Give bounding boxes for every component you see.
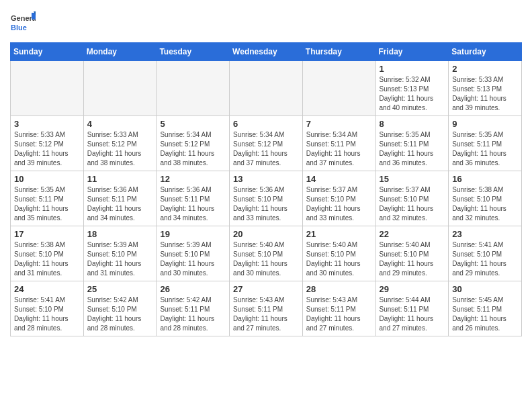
- calendar-cell: 25Sunrise: 5:42 AM Sunset: 5:10 PM Dayli…: [83, 281, 157, 336]
- calendar-week-4: 17Sunrise: 5:38 AM Sunset: 5:10 PM Dayli…: [11, 226, 522, 281]
- day-number: 26: [160, 284, 226, 294]
- calendar-cell: 4Sunrise: 5:33 AM Sunset: 5:12 PM Daylig…: [83, 116, 157, 171]
- day-info: Sunrise: 5:38 AM Sunset: 5:10 PM Dayligh…: [14, 240, 80, 278]
- day-info: Sunrise: 5:43 AM Sunset: 5:11 PM Dayligh…: [233, 295, 299, 333]
- day-number: 28: [306, 284, 372, 294]
- day-info: Sunrise: 5:40 AM Sunset: 5:10 PM Dayligh…: [380, 240, 445, 278]
- page-header: General Blue: [10, 10, 522, 36]
- day-number: 23: [452, 229, 518, 239]
- calendar-cell: 28Sunrise: 5:43 AM Sunset: 5:11 PM Dayli…: [302, 281, 375, 336]
- calendar-cell: 15Sunrise: 5:37 AM Sunset: 5:10 PM Dayli…: [375, 171, 449, 226]
- day-info: Sunrise: 5:43 AM Sunset: 5:11 PM Dayligh…: [306, 295, 372, 333]
- day-info: Sunrise: 5:39 AM Sunset: 5:10 PM Dayligh…: [160, 240, 226, 278]
- calendar-cell: 19Sunrise: 5:39 AM Sunset: 5:10 PM Dayli…: [157, 226, 230, 281]
- logo-svg: General Blue: [10, 10, 36, 36]
- calendar-cell: 16Sunrise: 5:38 AM Sunset: 5:10 PM Dayli…: [449, 171, 522, 226]
- day-number: 24: [14, 284, 80, 294]
- calendar-cell: 18Sunrise: 5:39 AM Sunset: 5:10 PM Dayli…: [83, 226, 157, 281]
- calendar-week-2: 3Sunrise: 5:33 AM Sunset: 5:12 PM Daylig…: [11, 116, 522, 171]
- day-info: Sunrise: 5:45 AM Sunset: 5:11 PM Dayligh…: [452, 295, 518, 333]
- day-number: 15: [380, 174, 445, 184]
- day-number: 25: [87, 284, 153, 294]
- calendar-week-1: 1Sunrise: 5:32 AM Sunset: 5:13 PM Daylig…: [11, 61, 522, 116]
- calendar-week-3: 10Sunrise: 5:35 AM Sunset: 5:11 PM Dayli…: [11, 171, 522, 226]
- day-number: 9: [452, 119, 518, 129]
- day-info: Sunrise: 5:39 AM Sunset: 5:10 PM Dayligh…: [87, 240, 153, 278]
- weekday-header-sunday: Sunday: [11, 43, 84, 61]
- day-number: 12: [160, 174, 226, 184]
- calendar-cell: 30Sunrise: 5:45 AM Sunset: 5:11 PM Dayli…: [449, 281, 522, 336]
- day-number: 11: [87, 174, 153, 184]
- calendar-cell: 24Sunrise: 5:41 AM Sunset: 5:10 PM Dayli…: [11, 281, 84, 336]
- day-info: Sunrise: 5:32 AM Sunset: 5:13 PM Dayligh…: [380, 75, 445, 113]
- calendar-cell: 23Sunrise: 5:41 AM Sunset: 5:10 PM Dayli…: [449, 226, 522, 281]
- day-info: Sunrise: 5:35 AM Sunset: 5:11 PM Dayligh…: [380, 130, 445, 168]
- calendar-cell: 13Sunrise: 5:36 AM Sunset: 5:10 PM Dayli…: [230, 171, 303, 226]
- day-info: Sunrise: 5:42 AM Sunset: 5:10 PM Dayligh…: [87, 295, 153, 333]
- calendar-cell: 14Sunrise: 5:37 AM Sunset: 5:10 PM Dayli…: [302, 171, 375, 226]
- day-number: 3: [14, 119, 80, 129]
- day-info: Sunrise: 5:36 AM Sunset: 5:11 PM Dayligh…: [87, 185, 153, 223]
- day-info: Sunrise: 5:37 AM Sunset: 5:10 PM Dayligh…: [306, 185, 372, 223]
- calendar-cell: 12Sunrise: 5:36 AM Sunset: 5:11 PM Dayli…: [157, 171, 230, 226]
- calendar-cell: 6Sunrise: 5:34 AM Sunset: 5:12 PM Daylig…: [230, 116, 303, 171]
- calendar-week-5: 24Sunrise: 5:41 AM Sunset: 5:10 PM Dayli…: [11, 281, 522, 336]
- calendar-cell: 27Sunrise: 5:43 AM Sunset: 5:11 PM Dayli…: [230, 281, 303, 336]
- calendar-cell: 17Sunrise: 5:38 AM Sunset: 5:10 PM Dayli…: [11, 226, 84, 281]
- day-number: 30: [452, 284, 518, 294]
- day-number: 4: [87, 119, 153, 129]
- day-number: 17: [14, 229, 80, 239]
- day-number: 22: [380, 229, 445, 239]
- day-info: Sunrise: 5:33 AM Sunset: 5:12 PM Dayligh…: [14, 130, 80, 168]
- svg-text:Blue: Blue: [11, 24, 27, 32]
- calendar-table: SundayMondayTuesdayWednesdayThursdayFrid…: [10, 42, 522, 336]
- calendar-cell: [230, 61, 303, 116]
- day-info: Sunrise: 5:42 AM Sunset: 5:11 PM Dayligh…: [160, 295, 226, 333]
- day-number: 10: [14, 174, 80, 184]
- logo: General Blue: [10, 10, 36, 36]
- weekday-header-saturday: Saturday: [449, 43, 522, 61]
- day-number: 16: [452, 174, 518, 184]
- day-number: 13: [233, 174, 299, 184]
- day-info: Sunrise: 5:41 AM Sunset: 5:10 PM Dayligh…: [452, 240, 518, 278]
- calendar-cell: [302, 61, 375, 116]
- calendar-cell: 5Sunrise: 5:34 AM Sunset: 5:12 PM Daylig…: [157, 116, 230, 171]
- day-info: Sunrise: 5:35 AM Sunset: 5:11 PM Dayligh…: [14, 185, 80, 223]
- weekday-header-wednesday: Wednesday: [230, 43, 303, 61]
- day-number: 29: [380, 284, 445, 294]
- day-info: Sunrise: 5:33 AM Sunset: 5:13 PM Dayligh…: [452, 75, 518, 113]
- calendar-cell: 22Sunrise: 5:40 AM Sunset: 5:10 PM Dayli…: [375, 226, 449, 281]
- calendar-cell: 21Sunrise: 5:40 AM Sunset: 5:10 PM Dayli…: [302, 226, 375, 281]
- day-number: 27: [233, 284, 299, 294]
- calendar-cell: 7Sunrise: 5:34 AM Sunset: 5:11 PM Daylig…: [302, 116, 375, 171]
- calendar-cell: 9Sunrise: 5:35 AM Sunset: 5:11 PM Daylig…: [449, 116, 522, 171]
- day-info: Sunrise: 5:40 AM Sunset: 5:10 PM Dayligh…: [233, 240, 299, 278]
- day-number: 14: [306, 174, 372, 184]
- day-number: 2: [452, 64, 518, 74]
- calendar-cell: 26Sunrise: 5:42 AM Sunset: 5:11 PM Dayli…: [157, 281, 230, 336]
- calendar-cell: 29Sunrise: 5:44 AM Sunset: 5:11 PM Dayli…: [375, 281, 449, 336]
- day-info: Sunrise: 5:44 AM Sunset: 5:11 PM Dayligh…: [380, 295, 445, 333]
- day-info: Sunrise: 5:35 AM Sunset: 5:11 PM Dayligh…: [452, 130, 518, 168]
- calendar-cell: 8Sunrise: 5:35 AM Sunset: 5:11 PM Daylig…: [375, 116, 449, 171]
- calendar-cell: 1Sunrise: 5:32 AM Sunset: 5:13 PM Daylig…: [375, 61, 449, 116]
- weekday-header-row: SundayMondayTuesdayWednesdayThursdayFrid…: [11, 43, 522, 61]
- calendar-cell: 2Sunrise: 5:33 AM Sunset: 5:13 PM Daylig…: [449, 61, 522, 116]
- day-info: Sunrise: 5:34 AM Sunset: 5:11 PM Dayligh…: [306, 130, 372, 168]
- day-number: 6: [233, 119, 299, 129]
- day-number: 19: [160, 229, 226, 239]
- day-number: 18: [87, 229, 153, 239]
- day-number: 20: [233, 229, 299, 239]
- calendar-cell: 11Sunrise: 5:36 AM Sunset: 5:11 PM Dayli…: [83, 171, 157, 226]
- weekday-header-monday: Monday: [83, 43, 157, 61]
- day-number: 5: [160, 119, 226, 129]
- calendar-cell: 10Sunrise: 5:35 AM Sunset: 5:11 PM Dayli…: [11, 171, 84, 226]
- weekday-header-thursday: Thursday: [302, 43, 375, 61]
- day-info: Sunrise: 5:40 AM Sunset: 5:10 PM Dayligh…: [306, 240, 372, 278]
- calendar-cell: [83, 61, 157, 116]
- day-info: Sunrise: 5:33 AM Sunset: 5:12 PM Dayligh…: [87, 130, 153, 168]
- calendar-cell: [11, 61, 84, 116]
- calendar-cell: [157, 61, 230, 116]
- day-info: Sunrise: 5:36 AM Sunset: 5:10 PM Dayligh…: [233, 185, 299, 223]
- day-number: 8: [380, 119, 445, 129]
